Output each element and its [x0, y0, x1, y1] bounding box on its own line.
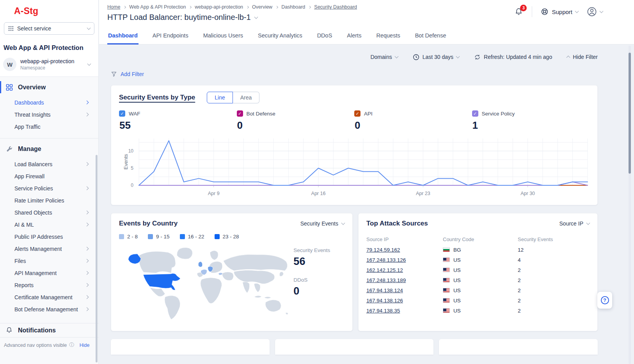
checkbox-api[interactable]: ✓ [354, 110, 361, 117]
main-scrollbar-thumb[interactable] [629, 53, 631, 174]
tab-api-endpoints[interactable]: API Endpoints [152, 32, 189, 44]
partial-card-2 [275, 339, 434, 355]
sidebar-item-service-policies[interactable]: Service Policies [0, 182, 98, 194]
map-country-greenland [177, 247, 192, 259]
clock-icon [413, 54, 419, 60]
checkbox-bot-defense[interactable]: ✓ [237, 110, 243, 117]
source-ip-link[interactable]: 162.142.125.12 [366, 267, 403, 273]
support-label: Support [552, 9, 572, 15]
breadcrumb-link[interactable]: Overview [252, 4, 272, 10]
breadcrumb-link[interactable]: webapp-api-protection [195, 4, 243, 10]
legend-bucket-label: 2 - 8 [127, 234, 138, 240]
x-tick-label: Apr 30 [520, 191, 535, 196]
tab-requests[interactable]: Requests [375, 32, 401, 44]
nav-group-overview[interactable]: Overview [0, 80, 98, 94]
nav-group-label: Overview [18, 84, 46, 91]
line-toggle-button[interactable]: Line [207, 92, 233, 103]
apps-grid-icon [8, 26, 14, 31]
breadcrumb-separator [308, 5, 311, 8]
sidebar-scrollbar[interactable] [96, 155, 98, 362]
area-toggle-button[interactable]: Area [233, 92, 260, 103]
sidebar-item-certificate-management[interactable]: Certificate Management [0, 291, 98, 303]
sidebar-item-api-management[interactable]: API Management [0, 267, 98, 279]
source-ip-link[interactable]: 79.124.59.162 [366, 247, 400, 253]
sidebar-item-bot-defense-management[interactable]: Bot Defense Management [0, 303, 98, 315]
nav-group-items: DashboardsThreat InsightsApp Traffic [0, 94, 98, 137]
map-country-russia [223, 254, 287, 271]
overview-grid-icon [6, 84, 13, 91]
security-events-card-title[interactable]: Security Events by Type [119, 94, 195, 101]
time-range-dropdown[interactable]: Last 30 days [413, 54, 459, 60]
notifications-bell-button[interactable]: 3 [514, 7, 523, 16]
time-range-label: Last 30 days [423, 54, 453, 60]
legend-swatch [215, 234, 220, 239]
breadcrumb-link[interactable]: Dashboard [281, 4, 305, 10]
domains-dropdown[interactable]: Domains [370, 54, 398, 60]
sidebar-item-alerts-management[interactable]: Alerts Management [0, 243, 98, 255]
title-chevron-down-icon[interactable] [254, 15, 258, 19]
table-row: 167.94.138.126US2 [366, 295, 590, 305]
security-events-count: 4 [518, 257, 590, 263]
event-type-label: Bot Defense [247, 111, 275, 117]
checkbox-waf[interactable]: ✓ [119, 110, 125, 117]
sidebar-item-threat-insights[interactable]: Threat Insights [0, 108, 98, 121]
tab-dashboard[interactable]: Dashboard [107, 32, 139, 44]
legend-swatch [148, 234, 153, 239]
map-country-indonesia [254, 296, 262, 298]
breadcrumb-separator [275, 5, 278, 8]
sidebar-item-files[interactable]: Files [0, 255, 98, 267]
country-code: US [453, 257, 461, 263]
sidebar-item-dashboards[interactable]: Dashboards [0, 96, 98, 108]
support-menu[interactable]: Support [541, 8, 578, 16]
table-row: 162.142.125.12US2 [366, 265, 590, 275]
source-ip-link[interactable]: 167.94.138.124 [366, 288, 403, 293]
source-ip-link[interactable]: 167.94.138.35 [366, 308, 400, 314]
security-events-by-type-card: Security Events by Type Line Area ✓WAF55… [111, 85, 598, 205]
sidebar-item-notifications[interactable]: Notifications [0, 323, 98, 337]
checkbox-service-policy[interactable]: ✓ [472, 110, 478, 117]
hide-filter-button[interactable]: Hide Filter [567, 54, 598, 60]
chevron-down-icon [456, 55, 460, 59]
sidebar-item-rate-limiter-policies[interactable]: Rate Limiter Policies [0, 194, 98, 206]
breadcrumb-link[interactable]: Home [107, 4, 120, 10]
namespace-selector[interactable]: W webapp-api-protection Namespace [2, 57, 96, 72]
sidebar-item-app-firewall[interactable]: App Firewall [0, 170, 98, 182]
attack-sources-table: Source IPCountry CodeSecurity Events79.1… [366, 234, 590, 316]
tab-security-analytics[interactable]: Security Analytics [257, 32, 303, 44]
page-title: HTTP Load Balancer: buytime-online-lb-1 [107, 13, 251, 22]
sidebar-item-ai-ml[interactable]: AI & ML [0, 218, 98, 231]
funnel-icon [111, 71, 117, 77]
breadcrumb-link[interactable]: Security Dashboard [314, 4, 357, 10]
source-ip-link[interactable]: 167.248.133.126 [366, 257, 406, 263]
main-scrollbar[interactable] [629, 46, 631, 364]
chevron-down-icon [87, 26, 91, 30]
tab-ddos[interactable]: DDoS [316, 32, 333, 44]
source-ip-link[interactable]: 167.248.133.189 [366, 277, 406, 283]
tab-alerts[interactable]: Alerts [346, 32, 362, 44]
security-events-count: 2 [518, 298, 590, 304]
chevron-right-icon [85, 113, 89, 117]
breadcrumb-link[interactable]: Web App & API Protection [129, 4, 186, 10]
attack-source-group-dropdown[interactable]: Source IP [559, 220, 590, 227]
select-service-dropdown[interactable]: Select service [4, 22, 94, 35]
account-menu[interactable] [587, 7, 603, 17]
legend-swatch [180, 234, 185, 239]
wrench-icon [6, 146, 13, 153]
sidebar-item-public-ip-addresses[interactable]: Public IP Addresses [0, 231, 98, 243]
nav-item-label: Files [14, 258, 26, 264]
nav-item-label: Bot Defense Management [14, 306, 78, 313]
chevron-right-icon [85, 101, 89, 105]
add-filter-button[interactable]: Add Filter [111, 71, 598, 77]
country-metric-dropdown[interactable]: Security Events [300, 220, 345, 227]
tab-malicious-users[interactable]: Malicious Users [202, 32, 244, 44]
refresh-button[interactable]: Refresh: Updated 4 min ago [474, 54, 552, 60]
sidebar-item-shared-objects[interactable]: Shared Objects [0, 206, 98, 218]
help-button[interactable]: ? [597, 292, 612, 309]
nav-group-manage[interactable]: Manage [0, 142, 98, 156]
sidebar-item-app-traffic[interactable]: App Traffic [0, 121, 98, 133]
source-ip-link[interactable]: 167.94.138.126 [366, 298, 403, 304]
sidebar-item-load-balancers[interactable]: Load Balancers [0, 158, 98, 170]
sidebar-item-reports[interactable]: Reports [0, 279, 98, 291]
tab-bot-defense[interactable]: Bot Defense [414, 32, 447, 44]
hide-advanced-nav-link[interactable]: Hide [80, 343, 90, 348]
